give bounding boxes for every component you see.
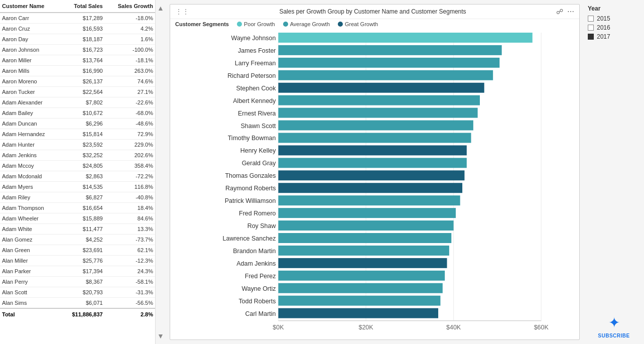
table-cell: $32,252 (60, 150, 105, 161)
table-row[interactable]: Adam Bailey$10,672-68.0% (0, 108, 155, 119)
bar-rect[interactable] (278, 33, 532, 43)
year-2016-checkbox[interactable] (588, 25, 594, 31)
bar-rect[interactable] (278, 95, 480, 105)
subscribe-area[interactable]: ✦ SUBSCRIBE (588, 314, 640, 339)
year-2015-label: 2015 (597, 15, 610, 22)
bar-rect[interactable] (278, 220, 453, 231)
bar-rect[interactable] (278, 108, 477, 118)
table-cell: $24,805 (60, 161, 105, 171)
bar-rect[interactable] (278, 145, 466, 155)
scroll-up-arrow[interactable]: ▲ (157, 4, 165, 12)
bar-rect[interactable] (278, 233, 451, 243)
table-cell: 84.6% (105, 213, 155, 224)
bar-rect[interactable] (278, 70, 493, 80)
table-row[interactable]: Adam Thompson$16,65418.4% (0, 203, 155, 213)
bar-rect[interactable] (278, 121, 473, 131)
scroll-down-arrow[interactable]: ▼ (157, 332, 165, 340)
year-2017-item[interactable]: 2017 (588, 33, 640, 40)
bar-rect[interactable] (278, 133, 471, 143)
bar-rect[interactable] (278, 246, 449, 256)
table-row[interactable]: Adam Wheeler$15,88984.6% (0, 213, 155, 224)
table-row[interactable]: Aaron Miller$13,764-18.1% (0, 55, 155, 66)
table-cell: Adam Riley (0, 192, 60, 203)
table-row[interactable]: Adam Hunter$23,592229.0% (0, 140, 155, 150)
table-row[interactable]: Adam Mcdonald$2,863-72.2% (0, 171, 155, 182)
bar-rect[interactable] (278, 158, 466, 168)
table-row[interactable]: Aaron Mills$16,990263.0% (0, 66, 155, 76)
table-cell: -40.8% (105, 192, 155, 203)
bar-label: Patrick Williamson (225, 197, 276, 204)
table-row[interactable]: Adam Mccoy$24,805358.4% (0, 161, 155, 171)
table-cell: $22,564 (60, 87, 105, 97)
col-header-sales[interactable]: Total Sales (60, 0, 105, 13)
bar-rect[interactable] (278, 195, 460, 205)
table-cell: $20,793 (60, 287, 105, 298)
table-row[interactable]: Aaron Tucker$22,56427.1% (0, 87, 155, 97)
table-row[interactable]: Alan Scott$20,793-31.3% (0, 287, 155, 298)
bar-rect[interactable] (278, 183, 462, 193)
table-row[interactable]: Adam White$11,47713.3% (0, 224, 155, 235)
legend-poor-growth[interactable]: Poor Growth (237, 21, 275, 27)
great-growth-dot (338, 22, 343, 27)
table-row[interactable]: Adam Myers$14,535116.8% (0, 182, 155, 192)
year-2017-checkbox[interactable] (588, 34, 594, 40)
bar-rect[interactable] (278, 258, 447, 268)
table-cell: Adam Thompson (0, 203, 60, 213)
chart-icons: ☍ ⋯ (556, 8, 574, 16)
year-2016-label: 2016 (597, 24, 610, 31)
table-row[interactable]: Adam Duncan$6,296-48.6% (0, 119, 155, 129)
bar-rect[interactable] (278, 208, 456, 218)
legend-poor-growth-label: Poor Growth (244, 21, 275, 27)
legend-average-growth[interactable]: Average Growth (283, 21, 330, 27)
chart-header: ⋮⋮ Sales per Growth Group by Customer Na… (170, 5, 579, 19)
table-row[interactable]: Aaron Carr$17,289-18.0% (0, 13, 155, 24)
table-row[interactable]: Alan Parker$17,39424.3% (0, 266, 155, 277)
table-row[interactable]: Alan Perry$8,367-58.1% (0, 277, 155, 287)
table-cell: $17,394 (60, 266, 105, 277)
bar-chart-svg: Wayne JohnsonJames FosterLarry FreemanRi… (170, 30, 574, 339)
table-row[interactable]: Adam Riley$6,827-40.8% (0, 192, 155, 203)
bar-rect[interactable] (278, 283, 442, 293)
legend-great-growth[interactable]: Great Growth (338, 21, 378, 27)
table-cell: $6,071 (60, 298, 105, 309)
col-header-name[interactable]: Customer Name (0, 0, 60, 13)
bar-rect[interactable] (278, 271, 445, 281)
table-row[interactable]: Aaron Moreno$26,13774.6% (0, 76, 155, 87)
table-row[interactable]: Aaron Day$18,1871.6% (0, 34, 155, 45)
expand-icon[interactable]: ☍ (556, 8, 563, 16)
bar-label: Todd Roberts (238, 298, 276, 305)
bar-label: Wayne Johnson (231, 35, 276, 42)
bar-label: Brandon Martin (233, 248, 276, 255)
table-cell: -22.6% (105, 97, 155, 108)
x-axis-label: $60K (534, 324, 549, 331)
more-options-icon[interactable]: ⋯ (567, 8, 574, 16)
table-row[interactable]: Adam Alexander$7,802-22.6% (0, 97, 155, 108)
drag-handle-icon[interactable]: ⋮⋮ (175, 8, 189, 16)
table-cell: Aaron Miller (0, 55, 60, 66)
bar-rect[interactable] (278, 296, 440, 306)
legend-average-growth-label: Average Growth (290, 21, 330, 27)
table-cell: Alan Parker (0, 266, 60, 277)
year-2015-item[interactable]: 2015 (588, 15, 640, 22)
table-row[interactable]: Adam Hernandez$15,81472.9% (0, 129, 155, 140)
bar-rect[interactable] (278, 83, 484, 93)
subscribe-text[interactable]: SUBSCRIBE (598, 333, 629, 338)
col-header-growth[interactable]: Sales Growth (105, 0, 155, 13)
table-row[interactable]: Aaron Johnson$16,723-100.0% (0, 45, 155, 55)
bar-rect[interactable] (278, 45, 501, 55)
table-row[interactable]: Aaron Cruz$16,5934.2% (0, 24, 155, 34)
year-2016-item[interactable]: 2016 (588, 24, 640, 31)
bar-rect[interactable] (278, 170, 464, 180)
table-cell: Adam Duncan (0, 119, 60, 129)
table-row[interactable]: Adam Jenkins$32,252202.6% (0, 150, 155, 161)
year-filter-label: Year (588, 5, 640, 12)
table-cell: Alan Scott (0, 287, 60, 298)
table-row[interactable]: Alan Miller$25,776-12.3% (0, 256, 155, 266)
table-row[interactable]: Alan Gomez$4,252-73.7% (0, 235, 155, 245)
table-row[interactable]: Alan Sims$6,071-56.5% (0, 298, 155, 309)
year-2015-checkbox[interactable] (588, 16, 594, 22)
bar-rect[interactable] (278, 308, 438, 318)
table-row[interactable]: Alan Green$23,69162.1% (0, 245, 155, 256)
bar-rect[interactable] (278, 58, 499, 68)
table-cell: -48.6% (105, 119, 155, 129)
